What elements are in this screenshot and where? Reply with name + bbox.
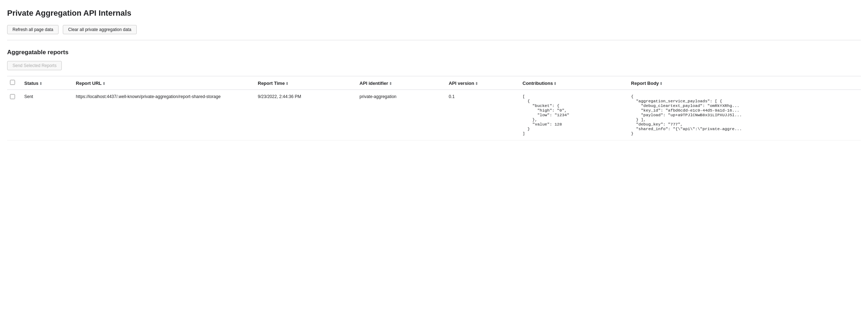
sort-icon-contributions: ⇕ xyxy=(554,82,556,86)
row-status: Sent xyxy=(20,90,72,140)
table-header-row: Status⇕ Report URL⇕ Report Time⇕ API ide… xyxy=(7,76,861,90)
section-divider xyxy=(7,40,861,40)
row-checkbox-cell xyxy=(7,90,20,140)
row-checkbox[interactable] xyxy=(10,94,15,99)
row-api-identifier: private-aggregation xyxy=(355,90,444,140)
col-header-api-identifier: API identifier⇕ xyxy=(355,76,444,90)
row-report-url: https://localhost:4437/.well-known/priva… xyxy=(72,90,254,140)
col-header-status: Status⇕ xyxy=(20,76,72,90)
select-all-checkbox[interactable] xyxy=(10,80,15,85)
row-contributions: [ { "bucket": { "high": "0", "low": "123… xyxy=(518,90,627,140)
sort-icon-report-body: ⇕ xyxy=(660,82,662,86)
col-header-checkbox xyxy=(7,76,20,90)
col-header-contributions: Contributions⇕ xyxy=(518,76,627,90)
section-heading: Aggregatable reports xyxy=(7,49,861,56)
table-row: Senthttps://localhost:4437/.well-known/p… xyxy=(7,90,861,140)
row-report-time: 9/23/2022, 2:44:36 PM xyxy=(253,90,355,140)
send-selected-reports-button[interactable]: Send Selected Reports xyxy=(7,61,62,70)
sort-icon-status: ⇕ xyxy=(39,82,42,86)
clear-button[interactable]: Clear all private aggregation data xyxy=(63,25,137,34)
row-api-version: 0.1 xyxy=(444,90,518,140)
reports-table: Status⇕ Report URL⇕ Report Time⇕ API ide… xyxy=(7,76,861,140)
sort-icon-report-time: ⇕ xyxy=(286,82,288,86)
col-header-report-time: Report Time⇕ xyxy=(253,76,355,90)
page-title: Private Aggregation API Internals xyxy=(7,9,861,18)
refresh-button[interactable]: Refresh all page data xyxy=(7,25,59,34)
send-reports-button-wrapper: Send Selected Reports xyxy=(7,61,861,70)
row-report-body: { "aggregation_service_payloads": [ { "d… xyxy=(627,90,861,140)
sort-icon-api-version: ⇕ xyxy=(475,82,478,86)
sort-icon-report-url: ⇕ xyxy=(102,82,105,86)
col-header-report-url: Report URL⇕ xyxy=(72,76,254,90)
sort-icon-api-identifier: ⇕ xyxy=(389,82,392,86)
aggregatable-reports-section: Aggregatable reports Send Selected Repor… xyxy=(7,49,861,140)
col-header-report-body: Report Body⇕ xyxy=(627,76,861,90)
top-buttons-bar: Refresh all page data Clear all private … xyxy=(7,25,861,34)
col-header-api-version: API version⇕ xyxy=(444,76,518,90)
